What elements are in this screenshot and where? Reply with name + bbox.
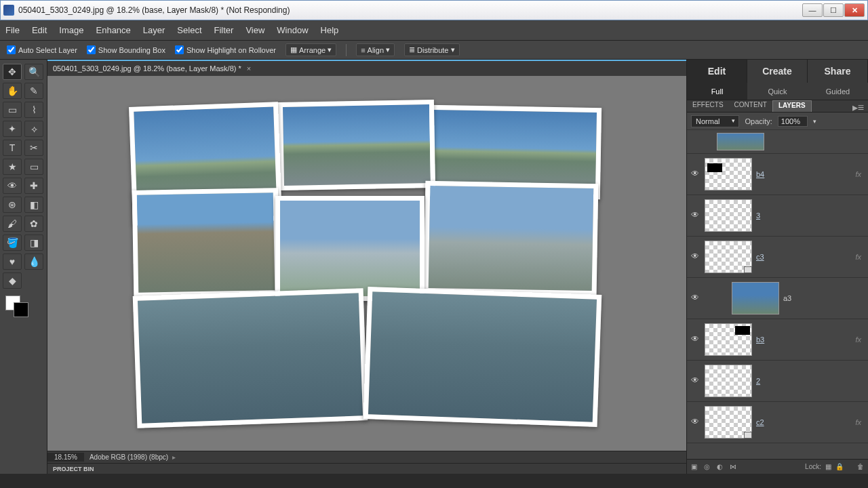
opt-auto-select[interactable]: Auto Select Layer xyxy=(7,45,77,54)
layer-name[interactable]: 3 xyxy=(756,211,760,220)
opacity-chevron-icon[interactable]: ▾ xyxy=(813,118,816,125)
color-swatches[interactable] xyxy=(3,293,44,320)
lock-pixels-icon[interactable]: ▦ xyxy=(825,463,831,470)
eraser-tool[interactable]: ◧ xyxy=(24,197,43,213)
menu-enhance[interactable]: Enhance xyxy=(96,25,131,35)
fx-indicator-icon[interactable]: fx xyxy=(855,170,865,178)
visibility-toggle-icon[interactable]: 👁 xyxy=(690,334,701,345)
visibility-toggle-icon[interactable]: 👁 xyxy=(690,417,701,428)
link-layers-icon[interactable]: ⋈ xyxy=(730,463,736,470)
menu-view[interactable]: View xyxy=(245,25,264,35)
bucket-tool[interactable]: 🪣 xyxy=(3,235,22,251)
close-tab-icon[interactable]: × xyxy=(247,64,251,73)
sponge-tool[interactable]: ◆ xyxy=(3,272,22,289)
layer-row[interactable]: 👁a3 xyxy=(687,278,868,319)
arrange-dropdown[interactable]: ▦ Arrange ▾ xyxy=(285,43,336,56)
new-group-icon[interactable]: ◎ xyxy=(704,463,710,470)
tab-create[interactable]: Create xyxy=(747,60,808,83)
layer-name[interactable]: b4 xyxy=(756,170,764,178)
opacity-value[interactable]: 100% xyxy=(778,116,808,127)
straighten-tool[interactable]: ▭ xyxy=(24,159,43,175)
cookie-cutter-tool[interactable]: ★ xyxy=(3,159,22,175)
blur-tool[interactable]: 💧 xyxy=(24,253,43,270)
close-button[interactable]: ✕ xyxy=(844,3,865,17)
status-menu-icon[interactable]: ▸ xyxy=(172,453,176,461)
menu-layer[interactable]: Layer xyxy=(143,25,165,35)
layer-thumbnail[interactable] xyxy=(705,365,752,397)
layer-row[interactable] xyxy=(687,130,868,154)
layer-thumbnail[interactable] xyxy=(717,133,764,150)
shape-tool[interactable]: ♥ xyxy=(3,253,22,270)
layer-name[interactable]: c2 xyxy=(756,418,764,426)
hand-tool[interactable]: ✋ xyxy=(3,83,22,99)
tab-quick[interactable]: Quick xyxy=(747,83,808,100)
healing-tool[interactable]: ✚ xyxy=(24,178,43,194)
layer-name[interactable]: c3 xyxy=(756,253,764,261)
adjust-layer-icon[interactable]: ◐ xyxy=(717,463,723,470)
marquee-tool[interactable]: ▭ xyxy=(3,102,22,118)
layer-thumbnail[interactable] xyxy=(705,241,752,273)
tab-guided[interactable]: Guided xyxy=(808,83,868,100)
layer-thumbnail[interactable] xyxy=(705,406,752,439)
blend-mode-dropdown[interactable]: Normal xyxy=(691,115,739,127)
visibility-toggle-icon[interactable]: 👁 xyxy=(690,293,701,304)
menu-select[interactable]: Select xyxy=(177,25,201,35)
visibility-toggle-icon[interactable]: 👁 xyxy=(690,251,701,262)
layer-row[interactable]: 👁2 xyxy=(687,361,868,402)
layer-row[interactable]: 👁b4fx xyxy=(687,154,868,195)
delete-layer-icon[interactable]: 🗑 xyxy=(857,463,864,470)
move-tool[interactable]: ✥ xyxy=(3,64,22,80)
layer-row[interactable]: 👁3 xyxy=(687,195,868,237)
visibility-toggle-icon[interactable]: 👁 xyxy=(690,210,701,221)
tab-content[interactable]: CONTENT xyxy=(729,100,772,112)
clone-tool[interactable]: ⊛ xyxy=(3,197,22,213)
menu-filter[interactable]: Filter xyxy=(214,25,234,35)
layer-row[interactable]: 👁b3fx xyxy=(687,319,868,361)
distribute-dropdown[interactable]: ≣ Distribute ▾ xyxy=(404,43,459,56)
brush-tool[interactable]: 🖌 xyxy=(3,216,22,232)
tab-edit[interactable]: Edit xyxy=(687,60,747,83)
opt-bounding[interactable]: Show Bounding Box xyxy=(87,45,165,54)
fx-indicator-icon[interactable]: fx xyxy=(855,418,865,426)
project-bin[interactable]: PROJECT BIN xyxy=(47,463,686,474)
new-layer-icon[interactable]: ▣ xyxy=(691,463,697,470)
fx-indicator-icon[interactable]: fx xyxy=(855,253,865,261)
gradient-tool[interactable]: ◨ xyxy=(24,235,43,251)
eyedropper-tool[interactable]: ✎ xyxy=(24,83,43,99)
document-tab[interactable]: 050401_5303_0249.jpg @ 18.2% (base, Laye… xyxy=(47,60,686,76)
tab-full[interactable]: Full xyxy=(687,83,747,100)
tab-layers[interactable]: LAYERS xyxy=(772,100,812,112)
menu-help[interactable]: Help xyxy=(321,25,339,35)
layer-name[interactable]: 2 xyxy=(756,377,760,385)
menu-image[interactable]: Image xyxy=(59,25,83,35)
minimize-button[interactable]: — xyxy=(802,3,823,17)
zoom-level[interactable]: 18.15% xyxy=(47,453,84,462)
layer-thumbnail[interactable] xyxy=(705,158,752,190)
menu-window[interactable]: Window xyxy=(277,25,308,35)
zoom-tool[interactable]: 🔍 xyxy=(24,64,43,80)
crop-tool[interactable]: ✂ xyxy=(24,140,43,156)
lasso-tool[interactable]: ⌇ xyxy=(24,102,43,118)
layer-thumbnail[interactable] xyxy=(705,199,752,232)
panel-menu-icon[interactable]: ▸≡ xyxy=(848,100,868,112)
visibility-toggle-icon[interactable]: 👁 xyxy=(690,375,701,386)
visibility-toggle-icon[interactable]: 👁 xyxy=(690,169,701,180)
layer-row[interactable]: 👁c2fx xyxy=(687,402,868,443)
magic-wand-tool[interactable]: ✦ xyxy=(3,121,22,137)
quick-selection-tool[interactable]: ⟡ xyxy=(24,121,43,137)
layer-row[interactable]: 👁c3fx xyxy=(687,237,868,278)
layer-name[interactable]: a3 xyxy=(783,294,791,302)
tab-share[interactable]: Share xyxy=(808,60,868,83)
lock-all-icon[interactable]: 🔒 xyxy=(835,463,844,470)
layer-thumbnail[interactable] xyxy=(732,282,779,314)
tab-effects[interactable]: EFFECTS xyxy=(687,100,729,112)
menu-edit[interactable]: Edit xyxy=(32,25,47,35)
menu-file[interactable]: File xyxy=(5,25,20,35)
type-tool[interactable]: T xyxy=(3,140,22,156)
smart-brush-tool[interactable]: ✿ xyxy=(24,216,43,232)
layer-name[interactable]: b3 xyxy=(756,336,764,344)
redeye-tool[interactable]: 👁 xyxy=(3,178,22,194)
maximize-button[interactable]: ☐ xyxy=(823,3,844,17)
background-color[interactable] xyxy=(14,302,28,317)
fx-indicator-icon[interactable]: fx xyxy=(855,336,865,344)
